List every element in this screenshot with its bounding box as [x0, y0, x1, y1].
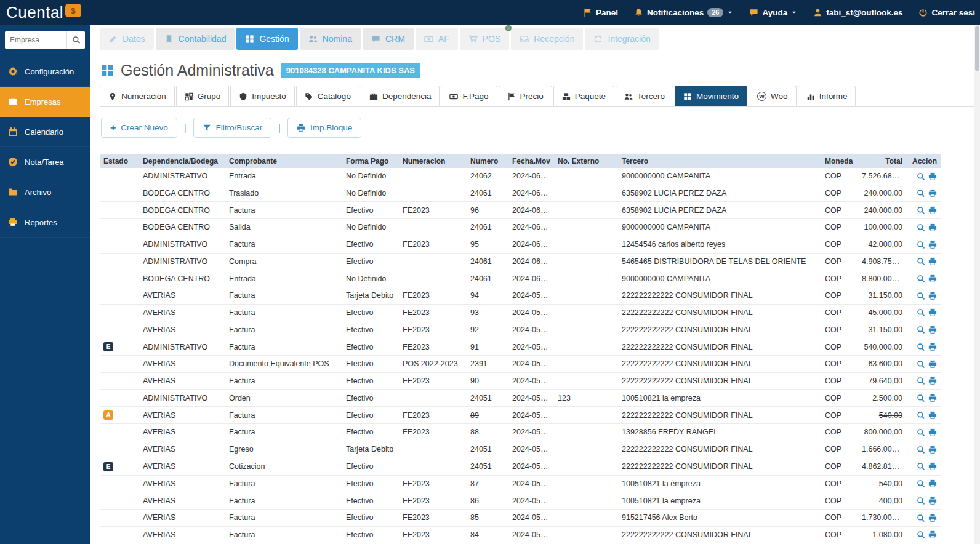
section-tab-catalogo[interactable]: Catalogo — [296, 86, 359, 106]
print-row-button[interactable] — [928, 530, 937, 540]
view-button[interactable] — [917, 240, 925, 249]
module-tab-integracion[interactable]: Integración — [585, 28, 659, 50]
view-button[interactable] — [917, 513, 925, 522]
cell-estado — [100, 509, 139, 526]
cell-forma-pago: Efectivo — [342, 424, 399, 441]
table-row: AVERIASFacturaTarjeta DebitoFE2023942024… — [100, 287, 941, 304]
topnav-notifications[interactable]: Notificaciones26 — [634, 8, 734, 17]
view-button[interactable] — [917, 530, 925, 540]
print-row-button[interactable] — [928, 308, 937, 318]
module-tab-datos[interactable]: Datos — [100, 28, 154, 50]
view-button[interactable] — [917, 359, 925, 369]
topnav-help[interactable]: Ayuda — [749, 8, 797, 17]
print-block-button[interactable]: Imp.Bloque — [287, 118, 361, 138]
sidebar-item-empresas[interactable]: Empresas — [0, 87, 90, 117]
print-row-button[interactable] — [928, 274, 937, 283]
section-tab-numeracion[interactable]: Numeración — [100, 86, 175, 106]
view-button[interactable] — [917, 223, 925, 232]
view-button[interactable] — [917, 410, 925, 420]
print-row-button[interactable] — [928, 342, 937, 351]
section-tab-tercero[interactable]: Tercero — [616, 86, 673, 106]
topnav-logout[interactable]: Cerrar sesi — [918, 8, 975, 17]
view-button[interactable] — [917, 325, 925, 334]
table-row: AVERIASFacturaEfectivoFE2023862024-05-16… — [100, 492, 941, 510]
print-row-button[interactable] — [928, 377, 937, 386]
cell-accion — [906, 185, 941, 202]
view-button[interactable] — [917, 377, 925, 386]
section-tab-woo[interactable]: WWoo — [749, 86, 797, 106]
section-tab-movimiento[interactable]: Movimiento — [675, 86, 747, 106]
search-button[interactable] — [66, 31, 85, 49]
view-button[interactable] — [917, 445, 925, 454]
topnav-panel[interactable]: Panel — [583, 8, 618, 17]
sidebar-item-configuracion[interactable]: Configuración — [0, 57, 90, 87]
view-button[interactable] — [917, 393, 925, 402]
print-row-button[interactable] — [928, 393, 937, 402]
print-row-button[interactable] — [928, 513, 937, 522]
view-button[interactable] — [917, 172, 925, 181]
view-button[interactable] — [917, 479, 925, 489]
view-button[interactable] — [917, 496, 925, 505]
view-button[interactable] — [917, 308, 925, 318]
print-row-button[interactable] — [928, 496, 937, 505]
module-tab-gestion[interactable]: Gestión — [236, 28, 297, 50]
print-row-button[interactable] — [928, 359, 937, 369]
user-icon — [813, 8, 822, 17]
print-row-button[interactable] — [928, 462, 937, 471]
print-row-button[interactable] — [928, 291, 937, 300]
print-row-button[interactable] — [928, 172, 937, 181]
view-button[interactable] — [917, 291, 925, 300]
print-row-button[interactable] — [928, 479, 937, 489]
view-button[interactable] — [917, 206, 925, 215]
view-button[interactable] — [917, 274, 925, 283]
print-row-button[interactable] — [928, 325, 937, 334]
module-tab-pos[interactable]: POS — [460, 28, 510, 50]
sidebar-item-calendario[interactable]: Calendario — [0, 117, 90, 147]
sidebar-item-reportes[interactable]: Reportes — [0, 207, 90, 238]
section-tab-informe[interactable]: Informe — [798, 86, 856, 106]
topnav-account[interactable]: fabi_st@outlook.es — [813, 8, 902, 17]
module-tab-crm[interactable]: CRM — [363, 28, 414, 50]
print-row-button[interactable] — [928, 257, 937, 266]
module-tab-af[interactable]: AF — [416, 28, 458, 50]
scrollbar-thumb[interactable] — [975, 26, 979, 71]
section-tab-precio[interactable]: Precio — [499, 86, 552, 106]
module-tab-recepcion[interactable]: Recepción — [511, 28, 583, 50]
cell-total: 8.800.000,00 — [858, 270, 906, 287]
table-row: BODEGA CENTROFacturaEfectivoFE2023962024… — [100, 202, 941, 219]
print-row-button[interactable] — [928, 240, 937, 249]
print-row-button[interactable] — [928, 445, 937, 454]
view-button[interactable] — [917, 189, 925, 198]
table-header-row: EstadoDependencia/BodegaComprobanteForma… — [100, 154, 941, 168]
module-tab-contabilidad[interactable]: Contabilidad — [156, 28, 235, 50]
print-row-button[interactable] — [928, 223, 937, 232]
scrollbar[interactable] — [974, 25, 980, 544]
view-button[interactable] — [917, 257, 925, 266]
cell-forma-pago: Efectivo — [342, 338, 399, 356]
sidebar-item-nota-tarea[interactable]: Nota/Tarea — [0, 147, 90, 177]
cell-moneda: COP — [821, 236, 858, 253]
print-row-button[interactable] — [928, 206, 937, 215]
print-row-button[interactable] — [928, 428, 937, 437]
create-new-button[interactable]: + Crear Nuevo — [101, 118, 177, 138]
company-search-input[interactable] — [5, 31, 66, 49]
search-icon — [917, 257, 925, 266]
sidebar-item-archivo[interactable]: Archivo — [0, 177, 90, 207]
print-row-button[interactable] — [928, 410, 937, 420]
section-tab-dependencia[interactable]: Dependencia — [361, 86, 440, 106]
cell-tercero: 5465465 DISTRIBUIDORA DE TELAS DEL ORIEN… — [618, 253, 821, 270]
section-tab-grupo[interactable]: Grupo — [176, 86, 230, 106]
view-button[interactable] — [917, 462, 925, 471]
cell-numero: 84 — [467, 526, 508, 543]
view-button[interactable] — [917, 342, 925, 351]
section-tab-impuesto[interactable]: Impuesto — [230, 86, 295, 106]
print-row-button[interactable] — [928, 189, 937, 198]
section-tab-fpago[interactable]: F.Pago — [441, 86, 497, 106]
logo[interactable]: Cuental $ — [6, 3, 81, 22]
module-tab-nomina[interactable]: Nomina — [300, 28, 361, 50]
view-button[interactable] — [917, 428, 925, 437]
table-row: AVERIASFacturaEfectivoFE2023922024-05-30… — [100, 321, 941, 338]
section-tab-paquete[interactable]: Paquete — [553, 86, 614, 106]
cell-dependencia: AVERIAS — [139, 304, 225, 321]
filter-search-button[interactable]: Filtro/Buscar — [193, 118, 272, 138]
